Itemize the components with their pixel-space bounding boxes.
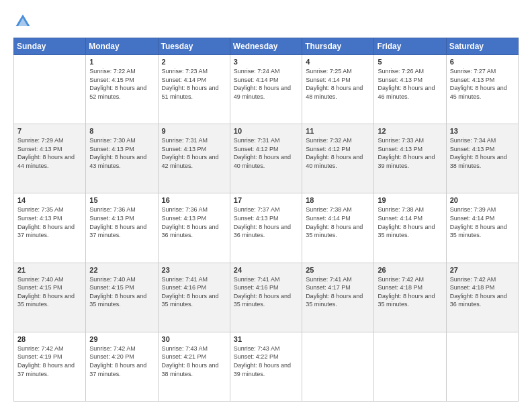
calendar-cell: 1Sunrise: 7:22 AMSunset: 4:15 PMDaylight… <box>86 55 158 124</box>
day-info: Sunrise: 7:30 AMSunset: 4:13 PMDaylight:… <box>89 136 154 170</box>
day-number: 27 <box>450 266 515 274</box>
calendar-cell: 29Sunrise: 7:42 AMSunset: 4:20 PMDayligh… <box>86 332 158 401</box>
calendar-cell: 24Sunrise: 7:41 AMSunset: 4:16 PMDayligh… <box>230 263 302 332</box>
calendar-week-row: 14Sunrise: 7:35 AMSunset: 4:13 PMDayligh… <box>14 193 519 263</box>
calendar-cell: 20Sunrise: 7:39 AMSunset: 4:14 PMDayligh… <box>446 193 518 263</box>
day-number: 14 <box>17 196 82 204</box>
day-number: 10 <box>234 127 298 135</box>
calendar-cell: 23Sunrise: 7:41 AMSunset: 4:16 PMDayligh… <box>158 263 230 332</box>
day-info: Sunrise: 7:40 AMSunset: 4:15 PMDaylight:… <box>89 275 154 309</box>
calendar-cell: 9Sunrise: 7:31 AMSunset: 4:13 PMDaylight… <box>158 124 230 193</box>
logo-icon <box>13 12 32 31</box>
day-info: Sunrise: 7:36 AMSunset: 4:13 PMDaylight:… <box>162 205 226 239</box>
day-info: Sunrise: 7:22 AMSunset: 4:15 PMDaylight:… <box>89 67 154 101</box>
calendar-cell: 19Sunrise: 7:38 AMSunset: 4:14 PMDayligh… <box>374 193 446 263</box>
day-info: Sunrise: 7:27 AMSunset: 4:13 PMDaylight:… <box>450 67 515 101</box>
day-info: Sunrise: 7:42 AMSunset: 4:18 PMDaylight:… <box>450 275 515 309</box>
day-info: Sunrise: 7:40 AMSunset: 4:15 PMDaylight:… <box>17 275 82 309</box>
day-info: Sunrise: 7:42 AMSunset: 4:20 PMDaylight:… <box>89 345 154 378</box>
day-number: 22 <box>89 266 154 274</box>
day-info: Sunrise: 7:32 AMSunset: 4:12 PMDaylight:… <box>306 136 370 170</box>
day-info: Sunrise: 7:42 AMSunset: 4:18 PMDaylight:… <box>378 275 442 309</box>
calendar-week-row: 28Sunrise: 7:42 AMSunset: 4:19 PMDayligh… <box>14 332 519 401</box>
weekday-header: Thursday <box>302 38 374 55</box>
day-number: 29 <box>89 335 154 343</box>
calendar-cell: 6Sunrise: 7:27 AMSunset: 4:13 PMDaylight… <box>446 55 518 124</box>
calendar-cell <box>302 332 374 401</box>
header <box>13 12 519 31</box>
day-number: 19 <box>378 196 442 204</box>
day-number: 4 <box>306 58 370 66</box>
day-number: 11 <box>306 127 370 135</box>
calendar-cell: 26Sunrise: 7:42 AMSunset: 4:18 PMDayligh… <box>374 263 446 332</box>
calendar-cell: 27Sunrise: 7:42 AMSunset: 4:18 PMDayligh… <box>446 263 518 332</box>
day-number: 5 <box>378 58 442 66</box>
day-info: Sunrise: 7:37 AMSunset: 4:13 PMDaylight:… <box>234 205 298 239</box>
day-number: 9 <box>162 127 226 135</box>
weekday-header: Sunday <box>14 38 86 55</box>
day-number: 23 <box>162 266 226 274</box>
calendar-cell: 16Sunrise: 7:36 AMSunset: 4:13 PMDayligh… <box>158 193 230 263</box>
day-info: Sunrise: 7:35 AMSunset: 4:13 PMDaylight:… <box>17 205 82 239</box>
calendar-week-row: 7Sunrise: 7:29 AMSunset: 4:13 PMDaylight… <box>14 124 519 193</box>
day-info: Sunrise: 7:41 AMSunset: 4:16 PMDaylight:… <box>234 275 298 309</box>
day-info: Sunrise: 7:41 AMSunset: 4:17 PMDaylight:… <box>306 275 370 309</box>
calendar-cell: 25Sunrise: 7:41 AMSunset: 4:17 PMDayligh… <box>302 263 374 332</box>
calendar-cell <box>446 332 518 401</box>
day-number: 15 <box>89 196 154 204</box>
day-number: 26 <box>378 266 442 274</box>
calendar-cell: 22Sunrise: 7:40 AMSunset: 4:15 PMDayligh… <box>86 263 158 332</box>
weekday-header: Monday <box>86 38 158 55</box>
calendar-week-row: 1Sunrise: 7:22 AMSunset: 4:15 PMDaylight… <box>14 55 519 124</box>
weekday-header: Wednesday <box>230 38 302 55</box>
calendar-table: SundayMondayTuesdayWednesdayThursdayFrid… <box>13 38 519 402</box>
day-info: Sunrise: 7:43 AMSunset: 4:22 PMDaylight:… <box>234 345 298 378</box>
calendar-cell: 3Sunrise: 7:24 AMSunset: 4:14 PMDaylight… <box>230 55 302 124</box>
calendar-cell: 2Sunrise: 7:23 AMSunset: 4:14 PMDaylight… <box>158 55 230 124</box>
day-number: 8 <box>89 127 154 135</box>
day-info: Sunrise: 7:25 AMSunset: 4:14 PMDaylight:… <box>306 67 370 101</box>
day-info: Sunrise: 7:23 AMSunset: 4:14 PMDaylight:… <box>162 67 226 101</box>
weekday-header: Friday <box>374 38 446 55</box>
day-number: 25 <box>306 266 370 274</box>
day-info: Sunrise: 7:38 AMSunset: 4:14 PMDaylight:… <box>378 205 442 239</box>
calendar-cell: 4Sunrise: 7:25 AMSunset: 4:14 PMDaylight… <box>302 55 374 124</box>
calendar-cell: 18Sunrise: 7:38 AMSunset: 4:14 PMDayligh… <box>302 193 374 263</box>
day-info: Sunrise: 7:36 AMSunset: 4:13 PMDaylight:… <box>89 205 154 239</box>
calendar-week-row: 21Sunrise: 7:40 AMSunset: 4:15 PMDayligh… <box>14 263 519 332</box>
calendar-cell <box>374 332 446 401</box>
day-number: 30 <box>162 335 226 343</box>
calendar-cell: 11Sunrise: 7:32 AMSunset: 4:12 PMDayligh… <box>302 124 374 193</box>
day-number: 6 <box>450 58 515 66</box>
day-number: 18 <box>306 196 370 204</box>
day-info: Sunrise: 7:31 AMSunset: 4:13 PMDaylight:… <box>162 136 226 170</box>
day-info: Sunrise: 7:43 AMSunset: 4:21 PMDaylight:… <box>162 345 226 378</box>
day-info: Sunrise: 7:38 AMSunset: 4:14 PMDaylight:… <box>306 205 370 239</box>
calendar-cell: 13Sunrise: 7:34 AMSunset: 4:13 PMDayligh… <box>446 124 518 193</box>
calendar-cell: 30Sunrise: 7:43 AMSunset: 4:21 PMDayligh… <box>158 332 230 401</box>
calendar-cell <box>14 55 86 124</box>
page: SundayMondayTuesdayWednesdayThursdayFrid… <box>0 0 532 411</box>
day-info: Sunrise: 7:42 AMSunset: 4:19 PMDaylight:… <box>17 345 82 378</box>
day-info: Sunrise: 7:24 AMSunset: 4:14 PMDaylight:… <box>234 67 298 101</box>
day-number: 1 <box>89 58 154 66</box>
calendar-cell: 17Sunrise: 7:37 AMSunset: 4:13 PMDayligh… <box>230 193 302 263</box>
day-number: 16 <box>162 196 226 204</box>
day-number: 21 <box>17 266 82 274</box>
day-number: 3 <box>234 58 298 66</box>
day-number: 12 <box>378 127 442 135</box>
day-info: Sunrise: 7:41 AMSunset: 4:16 PMDaylight:… <box>162 275 226 309</box>
day-number: 31 <box>234 335 298 343</box>
day-info: Sunrise: 7:29 AMSunset: 4:13 PMDaylight:… <box>17 136 82 170</box>
day-number: 2 <box>162 58 226 66</box>
calendar-cell: 14Sunrise: 7:35 AMSunset: 4:13 PMDayligh… <box>14 193 86 263</box>
day-info: Sunrise: 7:26 AMSunset: 4:13 PMDaylight:… <box>378 67 442 101</box>
calendar-header-row: SundayMondayTuesdayWednesdayThursdayFrid… <box>14 38 519 55</box>
weekday-header: Tuesday <box>158 38 230 55</box>
calendar-cell: 5Sunrise: 7:26 AMSunset: 4:13 PMDaylight… <box>374 55 446 124</box>
calendar-cell: 7Sunrise: 7:29 AMSunset: 4:13 PMDaylight… <box>14 124 86 193</box>
weekday-header: Saturday <box>446 38 518 55</box>
logo <box>13 12 35 31</box>
day-number: 13 <box>450 127 515 135</box>
day-number: 28 <box>17 335 82 343</box>
